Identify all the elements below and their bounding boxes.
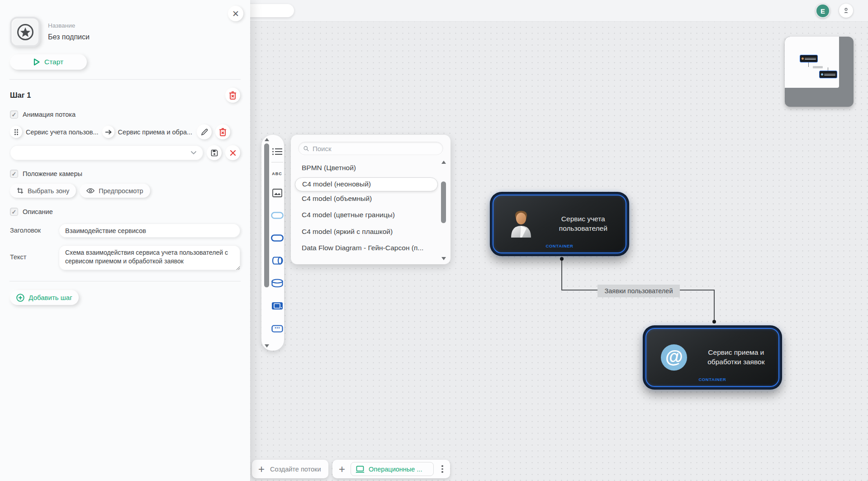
scenario-icon-tile[interactable] [10,17,40,47]
tab-operational[interactable]: Операционные ... [351,462,434,476]
style-option-dfd-gane-sarson[interactable]: Data Flow Diagram - Гейн-Сарсон (п... [291,240,439,257]
node-icon-zone [493,210,549,238]
divider [9,281,241,281]
minimap-at-dot [821,73,823,76]
cancel-flow-button[interactable] [225,145,240,160]
trash-x-icon [229,91,237,100]
account-button[interactable] [839,4,853,18]
person-icon [842,7,850,14]
shape-palette: ABC [261,135,284,351]
camera-checkbox[interactable]: ✓ [10,170,18,178]
layers-list-tool[interactable] [270,144,284,159]
scenario-sidebar: ✕ Название Без подписи Старт Шаг 1 [0,0,250,481]
edit-flow-button[interactable] [197,124,212,139]
close-button[interactable]: ✕ [228,6,243,21]
style-option-c4-colored-borders[interactable]: C4 model (цветные границы) [291,207,439,224]
red-x-icon [230,150,236,156]
description-label: Описание [23,208,53,215]
node-request-processing-service[interactable]: @ Сервис приема и обработки заявок CONTA… [643,325,782,390]
image-tool[interactable] [270,181,284,204]
rounded-rect-icon [271,234,284,242]
plus-circle-icon [16,294,24,302]
edge-label[interactable]: Заявки пользователей [598,285,680,297]
scenario-name[interactable]: Без подписи [48,33,90,41]
crop-icon [17,187,24,194]
text-input[interactable]: Схема взаимодействия сервиса учета польз… [59,245,240,270]
tab-menu-button[interactable] [439,465,446,473]
delete-flow-button[interactable] [215,124,230,139]
palette-scrollbar[interactable] [264,137,270,349]
add-tab-button[interactable]: + [339,464,345,475]
style-option-c4-neon[interactable]: C4 model (неоновый) [295,177,438,191]
style-search-input[interactable] [313,145,438,152]
device-screen-tool[interactable] [270,295,284,317]
node-user-accounting-service[interactable]: Сервис учета пользователей CONTAINER [490,192,629,256]
style-option-c4-volume[interactable]: C4 model (объемный) [291,190,439,207]
flow-select[interactable] [10,145,203,160]
minimap-node [800,55,818,62]
heading-label: Заголовок [10,224,54,234]
rounded-rect-light-tool[interactable] [270,204,284,227]
description-checkbox[interactable]: ✓ [10,208,18,216]
text-field-row: Текст Схема взаимодействия сервиса учета… [10,245,240,270]
plaque-tool[interactable] [270,317,284,340]
node-badge: CONTAINER [493,243,626,248]
style-search[interactable] [298,142,443,155]
create-flows-button[interactable]: + Создайте потоки [252,460,328,478]
preview-button[interactable]: Предпросмотр [80,184,150,198]
rounded-rect-light-icon [271,212,284,219]
rounded-rect-tool[interactable] [270,227,284,249]
scroll-down-icon[interactable] [441,257,446,260]
diagram-canvas[interactable]: E Заявки пользователей [250,0,868,481]
flow-source: Сервис учета пользов... [26,129,99,136]
delete-step-button[interactable] [225,88,240,103]
user-avatar[interactable]: E [816,4,830,18]
camera-label: Положение камеры [23,170,82,177]
scroll-up-icon[interactable] [265,138,269,141]
database-tool[interactable] [270,272,284,295]
plaque-dots-icon [271,325,283,333]
tab-label: Операционные ... [369,466,422,473]
style-list-scrollbar[interactable] [440,161,447,260]
style-option-bpmn[interactable]: BPMN (Цветной) [291,160,439,176]
save-icon [211,149,218,157]
node-icon-zone: @ [646,344,702,371]
save-flow-button[interactable] [207,145,222,160]
style-option-c4-bright-plaque[interactable]: C4 model (яркий с плашкой) [291,224,439,240]
search-icon [303,145,309,152]
scroll-up-icon[interactable] [441,161,446,164]
add-step-button[interactable]: Добавить шаг [10,290,79,305]
select-zone-button[interactable]: Выбрать зону [10,184,76,198]
minimap[interactable] [785,37,854,107]
name-label: Название [48,22,90,29]
pencil-icon [201,129,208,136]
flow-row: Сервис учета пользов... Сервис приема и … [10,124,240,139]
preview-label: Предпросмотр [99,187,143,195]
minimap-edge [828,67,828,71]
database-icon [271,279,283,288]
drag-handle[interactable] [10,126,22,138]
text-tool[interactable]: ABC [270,166,284,181]
star-circle-icon [16,23,34,41]
abc-icon: ABC [272,171,282,176]
flow-animation-checkbox[interactable]: ✓ [10,110,18,119]
person-3d-icon [509,210,533,238]
list-icon [272,148,282,155]
scrollbar-thumb[interactable] [441,181,446,223]
divider [9,79,241,80]
scroll-down-icon[interactable] [265,344,269,348]
scenario-header: Название Без подписи [10,0,240,47]
heading-input[interactable] [59,224,240,238]
eye-icon [86,188,95,194]
start-button[interactable]: Старт [10,54,87,70]
node-body: @ Сервис приема и обработки заявок CONTA… [645,328,779,387]
drag-dots-icon [14,129,19,135]
scrollbar-thumb[interactable] [264,143,269,287]
trash-x-icon [219,128,227,136]
horizontal-cylinder-tool[interactable] [270,249,284,272]
create-flows-label: Создайте потоки [270,466,321,473]
start-label: Старт [44,58,63,66]
minimap-person-dot [802,57,804,60]
minimap-node [819,71,837,78]
minimap-edge-label [813,66,823,68]
